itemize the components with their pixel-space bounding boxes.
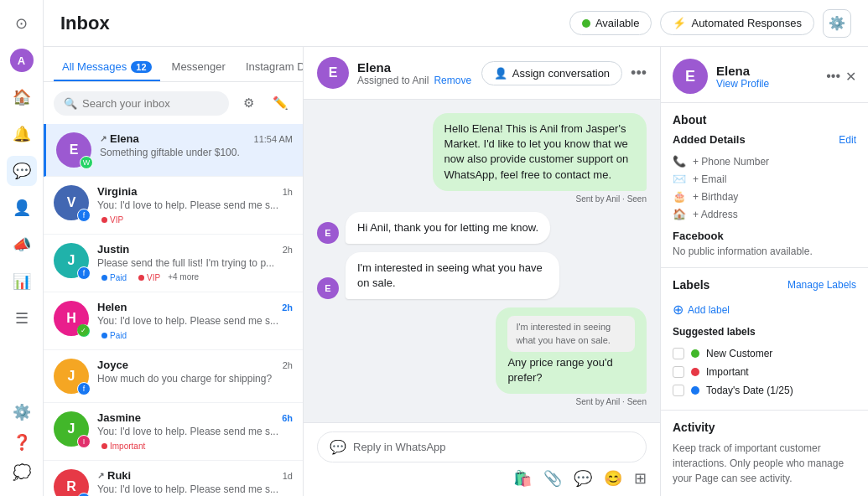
reply-in-whatsapp[interactable]: 💬 Reply in WhatsApp	[317, 431, 647, 462]
toolbar-bag-icon[interactable]: 🛍️	[513, 469, 532, 488]
justin-preview: Please send the full list! I'm trying to…	[97, 257, 293, 269]
sidebar-icon-profile[interactable]: A	[7, 45, 37, 75]
msg-bubble-recv-2: I'm interested in seeing what you have o…	[346, 252, 559, 299]
ruki-preview: You: I'd love to help. Please send me s.…	[97, 483, 293, 495]
chat-more-options[interactable]: •••	[631, 65, 647, 82]
message-item-elena[interactable]: E W ↗ Elena 11:54 AM Something giftable …	[44, 124, 303, 177]
justin-time: 2h	[283, 245, 293, 255]
message-item-joyce[interactable]: J f Joyce 2h How much do you charge for …	[44, 350, 303, 403]
message-list: E W ↗ Elena 11:54 AM Something giftable …	[44, 124, 303, 496]
msg-bubble-sent-2: I'm interested in seeing what you have o…	[496, 307, 647, 394]
elena-info: ↗ Elena 11:54 AM Something giftable unde…	[100, 132, 293, 158]
suggested-label-new-customer: New Customer	[673, 344, 856, 363]
rp-edit-link[interactable]: Edit	[839, 134, 856, 146]
sidebar-icon-bell[interactable]: 🔔	[7, 119, 37, 149]
label-text-important: Important	[706, 366, 749, 378]
message-item-helen[interactable]: H W ✓ Helen 2h You: I'd love to help. Pl…	[44, 292, 303, 350]
add-label-button[interactable]: ⊕ Add label	[673, 298, 856, 321]
joyce-header: Joyce 2h	[97, 359, 293, 371]
label-checkbox-important[interactable]	[673, 366, 684, 378]
chat-messages: Hello Elena! This is Anil from Jasper's …	[304, 100, 660, 422]
add-label-plus-icon: ⊕	[673, 302, 683, 318]
sidebar-icon-help[interactable]: ❓	[7, 427, 37, 457]
tab-messenger[interactable]: Messenger	[164, 54, 234, 81]
date-divider: Thursday 11:54 AM	[317, 415, 647, 422]
message-item-justin[interactable]: J f Justin 2h Please send the full list!…	[44, 235, 303, 292]
message-item-jasmine[interactable]: J I Jasmine 6h You: I'd love to help. Pl…	[44, 403, 303, 461]
virginia-time: 1h	[283, 187, 293, 197]
label-dot-important	[691, 368, 699, 376]
sidebar-icon-analytics[interactable]: 📊	[7, 266, 37, 297]
search-input-wrap[interactable]: 🔍	[54, 91, 229, 116]
label-checkbox-new-customer[interactable]	[673, 348, 684, 359]
ruki-info: ↗ Ruki 1d You: I'd love to help. Please …	[97, 469, 293, 495]
message-item-virginia[interactable]: V f Virginia 1h You: I'd love to help. P…	[44, 177, 303, 235]
rp-about-header: About	[673, 113, 856, 127]
sidebar-icon-menu[interactable]: ☰	[7, 303, 37, 333]
auto-responses-button[interactable]: ⚡ Automated Responses	[660, 11, 814, 35]
virginia-tags: VIP	[97, 214, 293, 225]
compose-button[interactable]: ✏️	[268, 90, 293, 116]
chat-panel: E Elena Assigned to Anil Remove 👤 Assign…	[304, 47, 660, 496]
suggested-label-important: Important	[673, 363, 856, 381]
toolbar-grid-icon[interactable]: ⊞	[634, 469, 647, 488]
virginia-tag-vip: VIP	[97, 214, 127, 225]
rp-added-details-title: Added Details	[673, 133, 746, 146]
jasmine-avatar-wrap: J I	[54, 411, 89, 447]
remove-link[interactable]: Remove	[434, 75, 471, 86]
sidebar-icon-feedback[interactable]: 💭	[7, 457, 37, 488]
sidebar-icon-inbox[interactable]: 💬	[7, 156, 37, 186]
header: Inbox Available ⚡ Automated Responses ⚙️	[44, 0, 868, 47]
suggested-labels-title: Suggested labels	[673, 326, 856, 338]
sidebar-icon-home[interactable]: 🏠	[7, 82, 37, 112]
tab-all-messages[interactable]: All Messages 12	[54, 54, 160, 81]
sidebar-icon-back[interactable]: ⊙	[7, 8, 37, 39]
joyce-name: Joyce	[97, 359, 128, 371]
justin-tag-vip: VIP	[134, 272, 164, 283]
sidebar-icon-settings[interactable]: ⚙️	[7, 397, 37, 427]
elena-header: ↗ Elena 11:54 AM	[100, 132, 293, 145]
sidebar-icon-contacts[interactable]: 👤	[7, 193, 37, 223]
msg-bubble-recv-1: Hi Anil, thank you for letting me know.	[346, 212, 550, 244]
label-checkbox-todays-date[interactable]	[673, 385, 684, 396]
sidebar: ⊙ A 🏠 🔔 💬 👤 📣 📊 ☰ ⚙️ ❓ 💭	[0, 0, 44, 496]
settings-button[interactable]: ⚙️	[823, 9, 851, 38]
chat-header-left: E Elena Assigned to Anil Remove	[317, 57, 471, 89]
tab-instagram[interactable]: Instagram Direct 8	[237, 54, 303, 81]
rp-view-profile[interactable]: View Profile	[716, 78, 818, 90]
available-button[interactable]: Available	[569, 11, 652, 35]
assign-conversation-button[interactable]: 👤 Assign conversation	[481, 61, 622, 85]
helen-tag-paid: Paid	[97, 330, 131, 341]
rp-labels-header: Labels Manage Labels	[673, 278, 856, 292]
toolbar-comment-icon[interactable]: 💬	[574, 469, 592, 488]
content-area: All Messages 12 Messenger Instagram Dire…	[44, 47, 868, 496]
filter-button[interactable]: ⚙	[236, 90, 261, 116]
rp-labels-section: Labels Manage Labels ⊕ Add label Suggest…	[661, 268, 868, 411]
jasmine-tag-important: Important	[97, 441, 149, 452]
rp-close-button[interactable]: ✕	[845, 69, 856, 85]
toolbar-attachment-icon[interactable]: 📎	[543, 469, 562, 488]
helen-info: Helen 2h You: I'd love to help. Please s…	[97, 301, 293, 341]
header-actions: Available ⚡ Automated Responses ⚙️	[569, 9, 851, 38]
message-item-ruki[interactable]: R f ↗ Ruki 1d You: I'd love to help. Ple…	[44, 461, 303, 496]
justin-avatar-wrap: J f	[54, 243, 89, 278]
tab-all-badge: 12	[131, 61, 151, 73]
jasmine-channel-icon: I	[77, 435, 91, 448]
jasmine-name: Jasmine	[97, 411, 141, 424]
reply-placeholder: Reply in WhatsApp	[353, 441, 446, 453]
phone-icon: 📞	[673, 155, 686, 168]
joyce-preview: How much do you charge for shipping?	[97, 373, 293, 385]
toolbar-emoji-icon[interactable]: 😊	[604, 469, 622, 488]
auto-responses-label: Automated Responses	[691, 17, 802, 29]
rp-more-button[interactable]: •••	[826, 69, 840, 84]
rp-field-address: 🏠 + Address	[673, 205, 856, 223]
search-input[interactable]	[82, 97, 219, 110]
rp-activity-title: Activity	[673, 421, 715, 434]
helen-preview: You: I'd love to help. Please send me s.…	[97, 315, 293, 327]
sidebar-icon-megaphone[interactable]: 📣	[7, 230, 37, 260]
helen-name: Helen	[97, 301, 127, 313]
chat-toolbar: 🛍️ 📎 💬 😊 ⊞	[317, 462, 647, 488]
chat-user-sub: Assigned to Anil Remove	[357, 75, 471, 86]
elena-channel-icon: W	[80, 156, 93, 169]
manage-labels-link[interactable]: Manage Labels	[787, 279, 856, 291]
